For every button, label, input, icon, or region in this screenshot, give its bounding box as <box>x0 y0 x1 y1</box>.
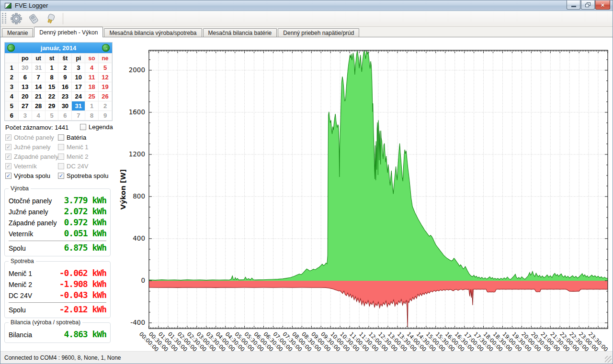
tab-meranie[interactable]: Meranie <box>2 28 33 37</box>
checkbox-box <box>58 163 64 169</box>
next-month-button[interactable]: → <box>102 44 110 52</box>
calendar-day[interactable]: 8 <box>85 111 99 121</box>
checkbox-label: Batéria <box>67 134 86 141</box>
checkbox-label: Menič 2 <box>67 153 89 160</box>
week-number: 5 <box>5 101 19 111</box>
calendar-day[interactable]: 4 <box>32 111 45 121</box>
serial-device-icon <box>28 13 39 24</box>
minimize-button[interactable] <box>567 0 580 10</box>
y-tick-label: 400 <box>133 234 145 242</box>
tab-strip: MeranieDenný priebeh - VýkonMesačná bila… <box>0 27 613 37</box>
value-row-veternik: Veterník0.051 kWh <box>5 228 110 239</box>
checkbox-bateria[interactable]: Batéria <box>58 134 86 141</box>
close-icon: × <box>601 2 605 8</box>
prev-month-button[interactable]: ← <box>7 44 15 52</box>
calendar-day[interactable]: 5 <box>99 63 112 73</box>
calendar-day[interactable]: 5 <box>45 111 58 121</box>
calendar-day[interactable]: 2 <box>99 101 112 111</box>
settings-gear-button[interactable] <box>9 12 23 25</box>
calendar-day[interactable]: 12 <box>99 73 112 82</box>
calendar-day[interactable]: 28 <box>32 101 45 111</box>
checkbox-box[interactable]: ✓ <box>58 173 64 179</box>
calendar-day[interactable]: 7 <box>72 111 85 121</box>
calendar-day[interactable]: 8 <box>45 73 58 82</box>
calendar-day[interactable]: 14 <box>32 82 45 92</box>
day-header-pi: pi <box>72 54 85 63</box>
checkbox-menic-2: Menič 2 <box>58 153 89 160</box>
tab-mesacna-bilancia-vyroba-spotreba[interactable]: Mesačná bilancia výroba/spotreba <box>104 28 202 37</box>
calendar-day[interactable]: 1 <box>45 63 58 73</box>
calendar-day[interactable]: 21 <box>32 92 45 101</box>
calendar-day[interactable]: 22 <box>45 92 58 101</box>
value-row-spolu: Spolu-2.012 kWh <box>5 304 110 315</box>
calendar-day[interactable]: 29 <box>45 101 58 111</box>
day-header-ne: ne <box>99 54 112 63</box>
checkbox-label: Veterník <box>14 163 37 170</box>
serial-device-button[interactable] <box>26 12 41 25</box>
toolbar-separator <box>63 13 63 24</box>
checkbox-spotreba-spolu[interactable]: ✓Spotreba spolu <box>58 172 108 179</box>
value-label: Južné panely <box>9 208 48 216</box>
calendar-day[interactable]: 3 <box>18 111 32 121</box>
close-button[interactable]: × <box>595 0 610 10</box>
calendar-day[interactable]: 23 <box>58 92 72 101</box>
value-label: Západné panely <box>9 219 57 227</box>
calendar-day[interactable]: 20 <box>18 92 32 101</box>
calendar-day[interactable]: 27 <box>18 101 32 111</box>
calendar-day[interactable]: 30 <box>58 101 72 111</box>
checkbox-box <box>58 154 64 160</box>
value-label: DC 24V <box>9 292 32 299</box>
checkbox-box[interactable]: ✓ <box>5 173 11 179</box>
calendar-day[interactable]: 16 <box>58 82 72 92</box>
value-label: Bilancia <box>9 331 32 339</box>
tab-denny-priebeh-napatie-prud[interactable]: Denný priebeh napätie/prúd <box>278 28 359 37</box>
calendar-day[interactable]: 30 <box>18 63 32 73</box>
calendar-day[interactable]: 24 <box>72 92 85 101</box>
value-label: Spolu <box>9 244 26 252</box>
checkbox-box[interactable] <box>58 134 64 141</box>
calendar-month-year[interactable]: január, 2014 <box>41 44 76 52</box>
calendar-day[interactable]: 18 <box>85 82 99 92</box>
app-icon <box>5 3 11 9</box>
value-reading: 0.051 kWh <box>64 228 106 238</box>
week-number: 4 <box>5 92 19 101</box>
chart-canvas[interactable]: -400040080012001600200000:00:0000:30:000… <box>118 41 613 352</box>
restore-button[interactable] <box>581 0 595 10</box>
resize-grip[interactable] <box>605 356 612 363</box>
plug-button[interactable] <box>44 12 58 25</box>
calendar-day[interactable]: 2 <box>58 63 72 73</box>
record-count-label: Počet záznamov: <box>5 124 53 131</box>
value-label: Menič 2 <box>9 281 32 288</box>
checkbox-legenda[interactable]: Legenda <box>80 123 113 131</box>
calendar-day[interactable]: 9 <box>99 111 112 121</box>
calendar-day[interactable]: 31 <box>32 63 45 73</box>
calendar-day[interactable]: 6 <box>18 73 32 82</box>
calendar-day[interactable]: 6 <box>58 111 72 121</box>
value-row-otocne-panely: Otočné panely3.779 kWh <box>5 195 110 206</box>
calendar-day[interactable]: 19 <box>99 82 112 92</box>
checkbox-vyroba-spolu[interactable]: ✓Výroba spolu <box>5 172 50 179</box>
calendar-day[interactable]: 17 <box>72 82 85 92</box>
tab-denny-priebeh-vykon[interactable]: Denný priebeh - Výkon <box>34 27 103 37</box>
checkbox-zapadne-panely: ✓Západné panely <box>5 153 58 160</box>
tab-mesacna-bilancia-baterie[interactable]: Mesačná bilancia batérie <box>203 28 277 37</box>
calendar-day[interactable]: 4 <box>85 63 99 73</box>
calendar-day[interactable]: 13 <box>18 82 32 92</box>
calendar-day[interactable]: 25 <box>85 92 99 101</box>
calendar-day-selected[interactable]: 31 <box>72 101 85 111</box>
calendar-grid: poutstštpisone13031123452678910111231314… <box>5 53 112 121</box>
calendar-day[interactable]: 3 <box>72 63 85 73</box>
calendar-day[interactable]: 7 <box>32 73 45 82</box>
calendar-day[interactable]: 11 <box>85 73 99 82</box>
calendar-day[interactable]: 15 <box>45 82 58 92</box>
calendar-day[interactable]: 26 <box>99 92 112 101</box>
value-label: Veterník <box>9 230 33 238</box>
y-tick-label: -400 <box>130 319 145 326</box>
calendar-day[interactable]: 1 <box>85 101 99 111</box>
value-reading: -0.043 kWh <box>59 290 106 300</box>
calendar-day[interactable]: 10 <box>72 73 85 82</box>
calendar-day[interactable]: 9 <box>58 73 72 82</box>
value-row-bilancia: Bilancia4.863 kWh <box>5 329 110 340</box>
group-vyroba: VýrobaOtočné panely3.779 kWhJužné panely… <box>4 188 111 256</box>
checkbox-box[interactable] <box>80 124 86 130</box>
